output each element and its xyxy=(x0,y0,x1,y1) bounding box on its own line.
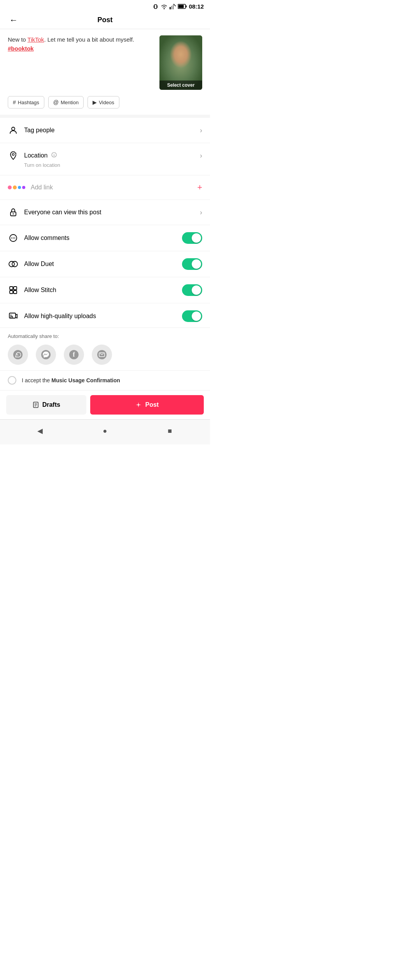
location-action: › xyxy=(200,152,202,160)
play-icon: ▶ xyxy=(93,99,97,105)
comments-title: Allow comments xyxy=(24,234,182,242)
hashtags-button[interactable]: # Hashtags xyxy=(8,96,44,108)
duet-item[interactable]: Allow Duet xyxy=(0,251,210,277)
post-label: Post xyxy=(145,401,159,408)
nav-back-button[interactable]: ◀ xyxy=(34,425,46,437)
share-section: Automatically share to: f xyxy=(0,328,210,370)
add-link-item[interactable]: Add link + xyxy=(0,175,210,200)
chevron-right-icon: › xyxy=(200,208,202,217)
plus-icon[interactable]: + xyxy=(197,182,202,192)
stitch-item[interactable]: Allow Stitch xyxy=(0,277,210,303)
svg-point-23 xyxy=(12,261,18,267)
page-title: Post xyxy=(97,16,112,24)
hashtag-icon: # xyxy=(13,99,16,105)
comments-toggle[interactable] xyxy=(182,232,202,244)
mention-icon: @ xyxy=(53,99,59,105)
battery-icon xyxy=(178,4,187,9)
stitch-action[interactable] xyxy=(182,284,202,296)
music-confirm-radio[interactable] xyxy=(8,376,16,385)
stitch-content: Allow Stitch xyxy=(24,287,182,294)
svg-rect-27 xyxy=(14,290,17,294)
music-confirm-text: I accept the Music Usage Confirmation xyxy=(22,377,120,383)
hashtag-link[interactable]: #booktok xyxy=(8,45,34,52)
svg-point-21 xyxy=(14,238,15,238)
nav-home-button[interactable]: ● xyxy=(99,425,111,437)
tag-people-item[interactable]: Tag people › xyxy=(0,118,210,143)
whatsapp-share-button[interactable] xyxy=(8,345,28,365)
music-confirm-link[interactable]: Music Usage Confirmation xyxy=(51,377,120,383)
status-icons: 08:12 xyxy=(152,3,204,10)
facebook-share-button[interactable]: f xyxy=(64,345,84,365)
drafts-label: Drafts xyxy=(42,401,60,408)
back-button[interactable]: ← xyxy=(8,14,19,27)
wifi-icon xyxy=(161,4,168,9)
nav-recents-button[interactable]: ■ xyxy=(164,425,176,437)
svg-rect-5 xyxy=(173,5,174,9)
cover-thumbnail[interactable]: Select cover xyxy=(159,35,202,90)
navigation-bar: ◀ ● ■ xyxy=(0,419,210,444)
svg-rect-25 xyxy=(14,287,17,290)
svg-rect-3 xyxy=(170,7,171,9)
svg-point-22 xyxy=(9,261,14,267)
tag-people-content: Tag people xyxy=(24,127,200,134)
svg-text:f: f xyxy=(73,351,75,358)
hashtags-label: Hashtags xyxy=(18,100,39,105)
svg-point-10 xyxy=(12,127,15,130)
post-toolbar: # Hashtags @ Mention ▶ Videos xyxy=(0,96,210,115)
location-title: Location i xyxy=(24,152,200,159)
bottom-action-bar: Drafts Post xyxy=(0,390,210,419)
post-button[interactable]: Post xyxy=(90,395,204,415)
svg-rect-24 xyxy=(10,287,13,290)
add-link-content: Add link xyxy=(31,184,197,191)
svg-rect-1 xyxy=(154,5,154,8)
privacy-action: › xyxy=(200,208,202,217)
videos-label: Videos xyxy=(99,100,114,105)
svg-point-20 xyxy=(13,238,14,238)
privacy-content: Everyone can view this post xyxy=(24,209,200,216)
duet-action[interactable] xyxy=(182,258,202,270)
stitch-toggle[interactable] xyxy=(182,284,202,296)
svg-rect-2 xyxy=(157,5,158,8)
drafts-icon xyxy=(32,401,39,408)
duet-title: Allow Duet xyxy=(24,261,182,268)
location-content: Location i xyxy=(24,152,200,159)
select-cover-label[interactable]: Select cover xyxy=(159,80,202,90)
hq-icon xyxy=(8,311,19,322)
mention-label: Mention xyxy=(61,100,79,105)
svg-rect-0 xyxy=(154,5,157,9)
back-nav-icon: ◀ xyxy=(37,427,43,435)
description-text-part2: . Let me tell you a bit about myself. xyxy=(44,36,134,43)
svg-rect-4 xyxy=(171,6,172,9)
tag-people-icon xyxy=(8,125,19,136)
tag-people-title: Tag people xyxy=(24,127,200,134)
section-divider xyxy=(0,115,210,118)
hq-toggle[interactable] xyxy=(182,310,202,322)
privacy-item[interactable]: Everyone can view this post › xyxy=(0,200,210,225)
add-link-title: Add link xyxy=(31,184,197,191)
hq-content: Allow high-quality uploads xyxy=(24,313,182,320)
svg-rect-9 xyxy=(178,5,184,8)
comments-icon xyxy=(8,233,19,243)
add-link-action: + xyxy=(197,182,202,192)
duet-icon xyxy=(8,259,19,270)
drafts-button[interactable]: Drafts xyxy=(6,395,86,415)
stitch-title: Allow Stitch xyxy=(24,287,182,294)
app-header: ← Post xyxy=(0,11,210,29)
mention-button[interactable]: @ Mention xyxy=(48,96,84,108)
messenger-share-button[interactable] xyxy=(36,345,56,365)
messages-share-button[interactable] xyxy=(92,345,112,365)
videos-button[interactable]: ▶ Videos xyxy=(88,96,119,108)
hq-uploads-item[interactable]: Allow high-quality uploads xyxy=(0,303,210,328)
tiktok-link[interactable]: TikTok xyxy=(28,36,44,43)
comments-action[interactable] xyxy=(182,232,202,244)
music-text-prefix: I accept the xyxy=(22,377,51,383)
svg-point-17 xyxy=(13,214,14,215)
privacy-title: Everyone can view this post xyxy=(24,209,200,216)
duet-toggle[interactable] xyxy=(182,258,202,270)
home-nav-icon: ● xyxy=(103,427,107,435)
comments-item[interactable]: Allow comments xyxy=(0,225,210,251)
hq-action[interactable] xyxy=(182,310,202,322)
link-dots-icon xyxy=(8,186,25,189)
location-item[interactable]: Location i › Turn on location xyxy=(0,143,210,175)
hq-title: Allow high-quality uploads xyxy=(24,313,182,320)
